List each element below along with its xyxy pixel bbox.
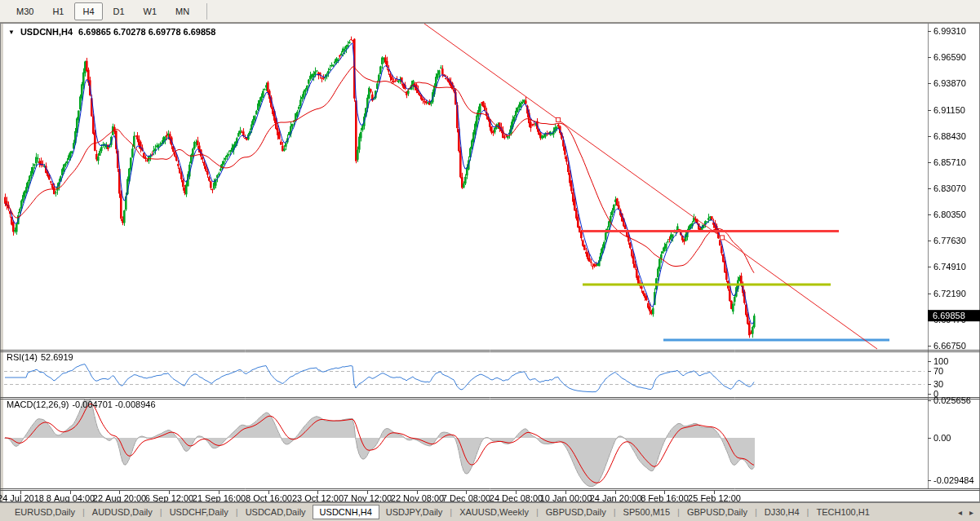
symbol-tabs: EURUSD,Daily|AUDUSD,Daily|USDCHF,Daily|U… <box>8 505 876 519</box>
toolbar-divider <box>206 3 207 20</box>
tab-usdcad-daily[interactable]: USDCAD,Daily <box>239 505 313 519</box>
tab-eurusd-daily[interactable]: EURUSD,Daily <box>8 505 82 519</box>
timeframe-buttons: M30H1H4D1W1MN <box>8 2 200 20</box>
tab-separator: | <box>614 507 616 517</box>
timeframe-toolbar: M30H1H4D1W1MN <box>0 0 980 23</box>
tab-scroll-arrows: ◂ ▸ <box>958 508 980 517</box>
tab-usdcnh-h4[interactable]: USDCNH,H4 <box>313 505 379 519</box>
tab-separator: | <box>807 507 809 517</box>
tab-separator: | <box>677 507 680 517</box>
symbol-tab-bar: EURUSD,Daily|AUDUSD,Daily|USDCHF,Daily|U… <box>0 502 980 521</box>
tab-separator: | <box>536 507 539 517</box>
macd-values: -0.004701 -0.008946 <box>72 400 155 409</box>
rsi-name: RSI(14) <box>7 352 38 362</box>
chart-title: ▼ USDCNH,H4 6.69865 6.70278 6.69778 6.69… <box>8 27 215 37</box>
tab-usdchf-daily[interactable]: USDCHF,Daily <box>163 505 235 519</box>
tab-dj30-h4[interactable]: DJ30,H4 <box>758 505 806 519</box>
chart-ohlc-quotes: 6.69865 6.70278 6.69778 6.69858 <box>78 27 215 37</box>
tab-tech100-h1[interactable]: TECH100,H1 <box>809 505 876 519</box>
timeframe-h4[interactable]: H4 <box>74 2 102 20</box>
tab-scroll-left-icon[interactable]: ◂ <box>958 508 962 517</box>
tab-audusd-daily[interactable]: AUDUSD,Daily <box>86 505 159 519</box>
mt4-window: M30H1H4D1W1MN ▼ USDCNH,H4 6.69865 6.7027… <box>0 0 980 521</box>
tab-usdjpy-daily[interactable]: USDJPY,Daily <box>379 505 450 519</box>
chart-area: ▼ USDCNH,H4 6.69865 6.70278 6.69778 6.69… <box>0 23 980 502</box>
timeframe-m30[interactable]: M30 <box>8 2 42 20</box>
timeframe-h1[interactable]: H1 <box>44 2 72 20</box>
macd-name: MACD(12,26,9) <box>7 400 69 409</box>
timeframe-mn[interactable]: MN <box>167 2 197 20</box>
tab-separator: | <box>236 507 238 517</box>
rsi-value: 52.6919 <box>41 352 73 362</box>
timeframe-w1[interactable]: W1 <box>135 2 166 20</box>
chart-symbol-period: USDCNH,H4 <box>20 27 73 37</box>
tab-separator: | <box>160 507 162 517</box>
tab-sp500-m15[interactable]: SP500,M15 <box>617 505 676 519</box>
tab-separator: | <box>755 507 757 517</box>
tab-gbpusd-daily[interactable]: GBPUSD,Daily <box>681 505 754 519</box>
symbol-dropdown-icon[interactable]: ▼ <box>8 29 15 36</box>
tab-separator: | <box>82 507 85 517</box>
tab-scroll-right-icon[interactable]: ▸ <box>969 508 973 517</box>
tab-gbpusd-daily[interactable]: GBPUSD,Daily <box>539 505 613 519</box>
tab-xauusd-weekly[interactable]: XAUUSD,Weekly <box>453 505 535 519</box>
macd-indicator-label: MACD(12,26,9)-0.004701 -0.008946 <box>7 400 159 409</box>
chart-canvas[interactable] <box>0 23 980 502</box>
rsi-indicator-label: RSI(14)52.6919 <box>7 352 77 362</box>
timeframe-d1[interactable]: D1 <box>105 2 133 20</box>
tab-separator: | <box>450 507 452 517</box>
